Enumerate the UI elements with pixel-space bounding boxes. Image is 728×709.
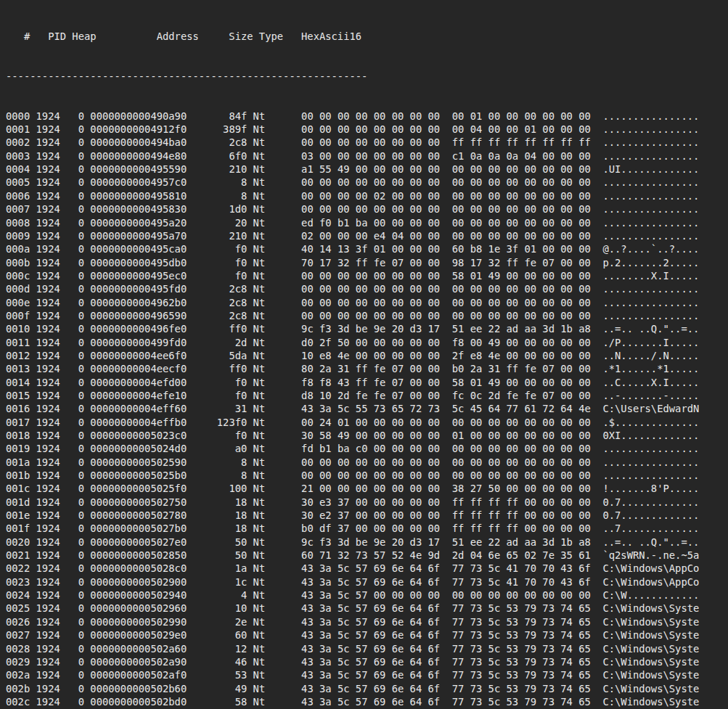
row-index-cell: 0019	[6, 443, 30, 454]
size-cell: ff0	[187, 363, 247, 374]
ascii-cell: ................	[591, 176, 700, 188]
type-cell: Nt	[247, 562, 265, 574]
pid-cell: 1924	[30, 589, 60, 601]
type-cell: Nt	[247, 390, 265, 401]
heap-cell: 0	[60, 363, 84, 374]
address-cell: 00000000004eff60	[84, 403, 187, 414]
hex-bytes-cell: d0 2f 50 00 00 00 00 00 f8 00 49 00 00 0…	[265, 337, 591, 348]
ascii-cell: ..=.. ..Q."..=..	[591, 536, 700, 548]
heap-entry-row: 0006 1924 0 0000000000495810 8 Nt 00 00 …	[6, 189, 728, 202]
address-cell: 00000000004962b0	[84, 297, 187, 308]
heap-cell: 0	[60, 243, 84, 255]
address-cell: 00000000005027b0	[84, 522, 187, 534]
pid-cell: 1924	[30, 217, 60, 229]
hex-bytes-cell: 00 00 00 00 00 00 00 00 00 00 00 00 00 0…	[265, 283, 591, 295]
size-cell: f0	[187, 257, 247, 269]
type-cell: Nt	[247, 696, 265, 708]
row-index-cell: 0011	[6, 337, 30, 348]
address-cell: 00000000004957c0	[84, 176, 187, 188]
pid-cell: 1924	[30, 310, 60, 321]
pid-cell: 1924	[30, 656, 60, 668]
hex-bytes-cell: 00 00 00 00 00 00 00 00 00 00 00 00 00 0…	[265, 470, 591, 481]
ascii-cell: ................	[591, 217, 700, 229]
size-cell: 2c8	[187, 297, 247, 308]
type-cell: Nt	[247, 217, 265, 229]
ascii-cell: ................	[591, 283, 700, 295]
type-cell: Nt	[247, 270, 265, 282]
row-index-cell: 000d	[6, 283, 30, 295]
heap-cell: 0	[60, 443, 84, 454]
heap-entry-row: 0018 1924 0 00000000005023c0 f0 Nt 30 58…	[6, 429, 728, 442]
address-cell: 0000000000502750	[84, 496, 187, 508]
heap-entry-row: 0021 1924 0 0000000000502850 50 Nt 60 71…	[6, 549, 728, 562]
heap-entry-row: 001a 1924 0 0000000000502590 8 Nt 00 00 …	[6, 456, 728, 469]
heap-entry-row: 0002 1924 0 0000000000494ba0 2c8 Nt 00 0…	[6, 136, 728, 149]
type-cell: Nt	[247, 629, 265, 641]
header-separator: ----------------------------------------…	[6, 70, 728, 83]
heap-cell: 0	[60, 270, 84, 282]
hex-bytes-cell: ed f0 b1 ba 00 00 00 00 00 00 00 00 00 0…	[265, 217, 591, 229]
hex-bytes-cell: 43 3a 5c 57 69 6e 64 6f 77 73 5c 53 79 7…	[265, 602, 591, 614]
ascii-cell: 0XI.............	[591, 430, 700, 441]
type-cell: Nt	[247, 150, 265, 162]
type-cell: Nt	[247, 522, 265, 534]
ascii-cell: ..-.......-.....	[591, 390, 700, 401]
ascii-cell: C:\Windows\Syste	[591, 669, 700, 681]
terminal-window[interactable]: # PID Heap Address Size Type HexAscii16 …	[0, 0, 728, 709]
ascii-cell: `q2sWRN.-.ne.~5a	[591, 549, 700, 561]
type-cell: Nt	[247, 243, 265, 255]
hex-bytes-cell: 21 00 00 00 00 00 00 00 38 27 50 00 00 0…	[265, 483, 591, 494]
heap-entry-row: 0019 1924 0 00000000005024d0 a0 Nt fd b1…	[6, 442, 728, 455]
ascii-cell: ./P.......I.....	[591, 337, 700, 348]
heap-cell: 0	[60, 176, 84, 188]
pid-cell: 1924	[30, 176, 60, 188]
pid-cell: 1924	[30, 323, 60, 335]
heap-entry-row: 001c 1924 0 00000000005025f0 100 Nt 21 0…	[6, 482, 728, 495]
heap-cell: 0	[60, 576, 84, 588]
heap-entry-row: 001d 1924 0 0000000000502750 18 Nt 30 e3…	[6, 496, 728, 509]
row-index-cell: 0008	[6, 217, 30, 229]
address-cell: 00000000004efd00	[84, 377, 187, 388]
ascii-cell: C:\Windows\Syste	[591, 696, 700, 708]
hex-bytes-cell: 43 3a 5c 57 69 6e 64 6f 77 73 5c 53 79 7…	[265, 616, 591, 628]
size-cell: 31	[187, 403, 247, 414]
pid-cell: 1924	[30, 123, 60, 135]
type-cell: Nt	[247, 456, 265, 468]
type-cell: Nt	[247, 363, 265, 374]
ascii-cell: ................	[591, 136, 700, 148]
address-cell: 00000000005028c0	[84, 562, 187, 574]
heap-entry-row: 000c 1924 0 0000000000495ec0 f0 Nt 00 00…	[6, 269, 728, 282]
type-cell: Nt	[247, 257, 265, 269]
row-index-cell: 0028	[6, 643, 30, 655]
type-cell: Nt	[247, 110, 265, 122]
row-index-cell: 0002	[6, 136, 30, 148]
size-cell: 2e	[187, 616, 247, 628]
heap-entry-row: 0008 1924 0 0000000000495a20 20 Nt ed f0…	[6, 216, 728, 229]
heap-entry-row: 001f 1924 0 00000000005027b0 18 Nt b0 df…	[6, 522, 728, 535]
address-cell: 0000000000494e80	[84, 150, 187, 162]
heap-entry-row: 000b 1924 0 0000000000495db0 f0 Nt 70 17…	[6, 256, 728, 269]
type-cell: Nt	[247, 549, 265, 561]
heap-cell: 0	[60, 496, 84, 508]
heap-cell: 0	[60, 430, 84, 441]
ascii-cell: ..C.....X.I.....	[591, 377, 700, 388]
row-index-cell: 001f	[6, 522, 30, 534]
heap-cell: 0	[60, 283, 84, 295]
hex-bytes-cell: 9c f3 3d be 9e 20 d3 17 51 ee 22 ad aa 3…	[265, 323, 591, 335]
hex-bytes-cell: d8 10 2d fe fe 07 00 00 fc 0c 2d fe fe 0…	[265, 390, 591, 401]
size-cell: f0	[187, 270, 247, 282]
hex-bytes-cell: 00 24 01 00 00 00 00 00 00 00 00 00 00 0…	[265, 417, 591, 428]
type-cell: Nt	[247, 656, 265, 668]
heap-cell: 0	[60, 562, 84, 574]
size-cell: 8	[187, 456, 247, 468]
heap-cell: 0	[60, 110, 84, 122]
type-cell: Nt	[247, 509, 265, 521]
hex-bytes-cell: 00 00 00 00 00 00 00 00 00 00 00 00 00 0…	[265, 456, 591, 468]
heap-cell: 0	[60, 257, 84, 269]
ascii-cell: C:\Windows\Syste	[591, 656, 700, 668]
address-cell: 0000000000502990	[84, 616, 187, 628]
pid-cell: 1924	[30, 403, 60, 414]
type-cell: Nt	[247, 123, 265, 135]
heap-entry-row: 000a 1924 0 0000000000495ca0 f0 Nt 40 14…	[6, 242, 728, 255]
row-index-cell: 001c	[6, 483, 30, 494]
